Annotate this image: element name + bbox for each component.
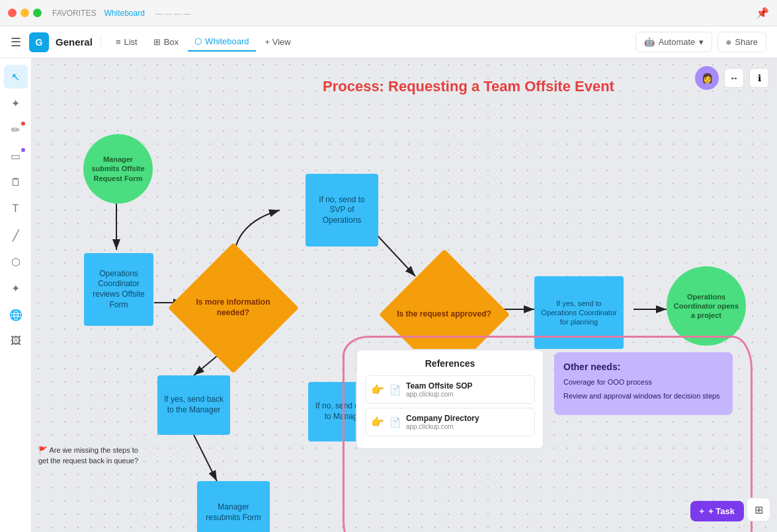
nav-list[interactable]: ≡ List xyxy=(109,33,144,51)
note-tool[interactable]: 🗒 xyxy=(4,171,28,194)
user-avatar: 👩 xyxy=(695,66,719,90)
nav-divider xyxy=(101,36,101,49)
other-needs-item-1: Review and approval windows for decision… xyxy=(563,391,723,401)
rect-tool[interactable]: ▭ xyxy=(4,144,28,168)
ref-content-1: Company Directory app.clickup.com xyxy=(406,414,479,430)
hamburger-menu[interactable]: ☰ xyxy=(11,35,21,50)
chevron-down-icon: ▾ xyxy=(699,37,704,47)
titlebar-breadcrumb: — — — — xyxy=(155,9,190,17)
ref-doc-icon-1: 📄 xyxy=(389,417,401,428)
share-button[interactable]: ⎈ Share xyxy=(717,32,766,52)
whiteboard-icon: ⬡ xyxy=(194,36,202,46)
robot-icon: 🤖 xyxy=(644,37,655,47)
list-icon: ≡ xyxy=(116,37,121,47)
ref-name-0: Team Offsite SOP xyxy=(406,381,472,391)
ref-content-0: Team Offsite SOP app.clickup.com xyxy=(406,381,472,398)
nav-view[interactable]: + View xyxy=(259,33,298,51)
ops-opens-node[interactable]: Operations Coordinator opens a project xyxy=(667,266,746,346)
references-box: References 👉 📄 Team Offsite SOP app.clic… xyxy=(356,349,544,449)
close-button[interactable] xyxy=(8,9,17,17)
ref-arrow-icon-1: 👉 xyxy=(371,416,384,428)
other-needs-box: Other needs: Coverage for OOO process Re… xyxy=(554,352,733,415)
pin-icon[interactable]: 📌 xyxy=(756,7,769,19)
workspace-icon: G xyxy=(29,32,49,52)
grid-icon: ⊞ xyxy=(755,504,763,516)
text-tool[interactable]: T xyxy=(4,197,28,221)
favorites-label: FAVORITES xyxy=(52,9,96,18)
ref-arrow-icon-0: 👉 xyxy=(371,383,384,396)
ref-item-1[interactable]: 👉 📄 Company Directory app.clickup.com xyxy=(365,408,535,436)
pen-dot xyxy=(21,122,25,126)
line-tool[interactable]: ╱ xyxy=(4,223,28,247)
network-tool[interactable]: ⬡ xyxy=(4,250,28,274)
missing-steps-note: 🚩 Are we missing the steps to get the re… xyxy=(38,445,144,466)
main-layout: ↖ ✦ ✏ ▭ 🗒 T ╱ ⬡ ✦ 🌐 🖼 Process: Requestin… xyxy=(0,58,777,532)
send-back-node[interactable]: If yes, send back to the Manager xyxy=(157,375,230,435)
globe-tool[interactable]: 🌐 xyxy=(4,303,28,326)
maximize-button[interactable] xyxy=(33,9,42,17)
manager-resubmit-node[interactable]: Manager resubmits Form xyxy=(197,481,270,532)
other-needs-item-0: Coverage for OOO process xyxy=(563,377,723,387)
ref-url-0: app.clickup.com xyxy=(406,391,472,398)
nav-whiteboard[interactable]: ⬡ Whiteboard xyxy=(188,32,255,52)
more-info-diamond[interactable]: Is more information needed? xyxy=(182,256,284,359)
other-needs-title: Other needs: xyxy=(563,361,723,372)
ops-review-node[interactable]: Operations Coordinator reviews Offsite F… xyxy=(84,253,153,326)
info-button[interactable]: ℹ xyxy=(749,68,769,88)
pen-tool[interactable]: ✏ xyxy=(4,118,28,141)
nav-box[interactable]: ⊞ Box xyxy=(147,33,185,51)
share-icon: ⎈ xyxy=(726,37,731,47)
box-icon: ⊞ xyxy=(153,37,161,47)
ref-name-1: Company Directory xyxy=(406,414,479,423)
active-tab-label[interactable]: Whiteboard xyxy=(104,9,144,18)
plus-icon: + xyxy=(700,506,705,516)
ops-planning-node[interactable]: If yes, send to Operations Coordinator f… xyxy=(534,276,624,349)
traffic-lights xyxy=(8,9,42,17)
ref-item-0[interactable]: 👉 📄 Team Offsite SOP app.clickup.com xyxy=(365,375,535,404)
svp-node[interactable]: If no, send to SVP of Operations xyxy=(306,174,378,247)
flow-title: Process: Requesting a Team Offsite Event xyxy=(323,78,614,95)
ref-doc-icon-0: 📄 xyxy=(389,385,401,395)
topnav: ☰ G General ≡ List ⊞ Box ⬡ Whiteboard + … xyxy=(0,26,777,58)
top-right-tools: 👩 ↔ ℹ xyxy=(695,66,769,90)
ref-url-1: app.clickup.com xyxy=(406,423,479,430)
references-title: References xyxy=(365,358,535,369)
cursor-tool[interactable]: ↖ xyxy=(4,65,28,89)
fit-view-button[interactable]: ↔ xyxy=(724,68,744,88)
rect-dot xyxy=(21,148,25,152)
grid-view-button[interactable]: ⊞ xyxy=(747,498,770,521)
left-toolbar: ↖ ✦ ✏ ▭ 🗒 T ╱ ⬡ ✦ 🌐 🖼 xyxy=(0,58,32,532)
magic-tool[interactable]: ✦ xyxy=(4,276,28,300)
workspace-name: General xyxy=(56,36,93,48)
minimize-button[interactable] xyxy=(20,9,29,17)
nav-right-actions: 🤖 Automate ▾ ⎈ Share xyxy=(635,32,766,52)
automate-button[interactable]: 🤖 Automate ▾ xyxy=(635,32,713,52)
titlebar: FAVORITES Whiteboard — — — — 📌 xyxy=(0,0,777,26)
svg-line-4 xyxy=(194,435,217,481)
whiteboard-canvas[interactable]: Process: Requesting a Team Offsite Event… xyxy=(32,58,777,532)
manager-submit-node[interactable]: Manager submits Offsite Request Form xyxy=(83,134,153,204)
draw-tool[interactable]: ✦ xyxy=(4,91,28,115)
image-tool[interactable]: 🖼 xyxy=(4,329,28,353)
add-task-button[interactable]: + + Task xyxy=(690,501,744,521)
